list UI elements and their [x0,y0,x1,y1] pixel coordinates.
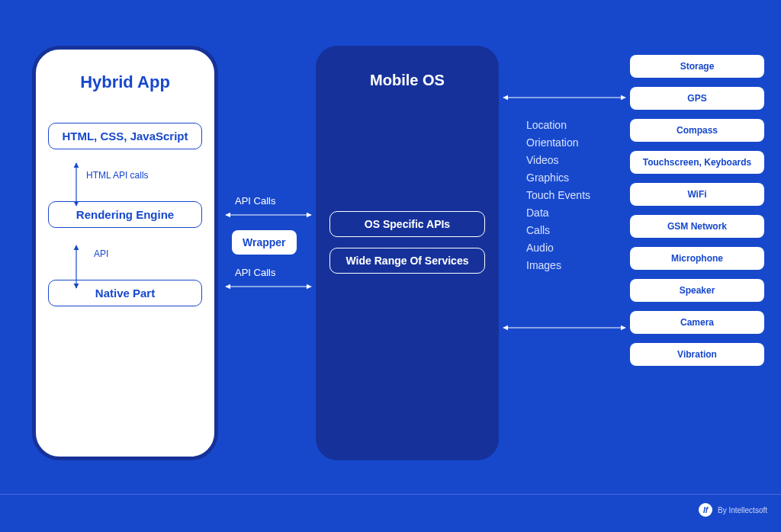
service-item: Images [526,259,590,271]
hardware-item: Touchscreen, Keyboards [630,151,764,174]
hardware-item: GSM Network [630,215,764,238]
hardware-item: Vibration [630,343,764,366]
footer-divider [0,494,781,495]
services-list: Location Orientation Videos Graphics Tou… [526,119,590,271]
footer-text: By Intellectsoft [718,506,767,514]
hardware-item: WiFi [630,183,764,206]
service-item: Orientation [526,136,590,149]
os-specific-apis-box: OS Specific APIs [329,211,485,237]
html-api-calls-label: HTML API calls [86,152,149,198]
api-calls-label-top: API Calls [235,195,275,207]
mobile-os-title: Mobile OS [370,72,445,89]
service-item: Location [526,119,590,131]
hardware-list: Storage GPS Compass Touchscreen, Keyboar… [630,55,764,366]
service-item: Touch Events [526,189,590,201]
api-label: API [94,231,108,277]
hardware-item: Camera [630,311,764,334]
mobile-os-panel: Mobile OS OS Specific APIs Wide Range Of… [316,46,499,460]
footer: If By Intellectsoft [699,503,767,517]
service-item: Graphics [526,171,590,184]
hardware-item: Speaker [630,279,764,302]
hardware-item: Compass [630,119,764,142]
hybrid-app-phone: Hybrid App HTML, CSS, JavaScript HTML AP… [32,46,218,460]
service-item: Data [526,207,590,219]
wide-range-services-box: Wide Range Of Services [329,248,485,274]
hardware-item: GPS [630,87,764,110]
api-calls-label-bottom: API Calls [235,267,275,278]
service-item: Calls [526,224,590,236]
rendering-engine-box: Rendering Engine [48,201,202,228]
wrapper-box: Wrapper [232,230,297,255]
service-item: Audio [526,242,590,254]
tech-stack-box: HTML, CSS, JavaScript [48,123,202,149]
native-part-box: Native Part [48,280,202,306]
hardware-item: Storage [630,55,764,78]
hybrid-app-title: Hybrid App [80,72,170,92]
brand-logo-icon: If [699,503,712,517]
service-item: Videos [526,154,590,166]
diagram-canvas: Hybrid App HTML, CSS, JavaScript HTML AP… [0,0,781,532]
hardware-item: Microphone [630,247,764,270]
